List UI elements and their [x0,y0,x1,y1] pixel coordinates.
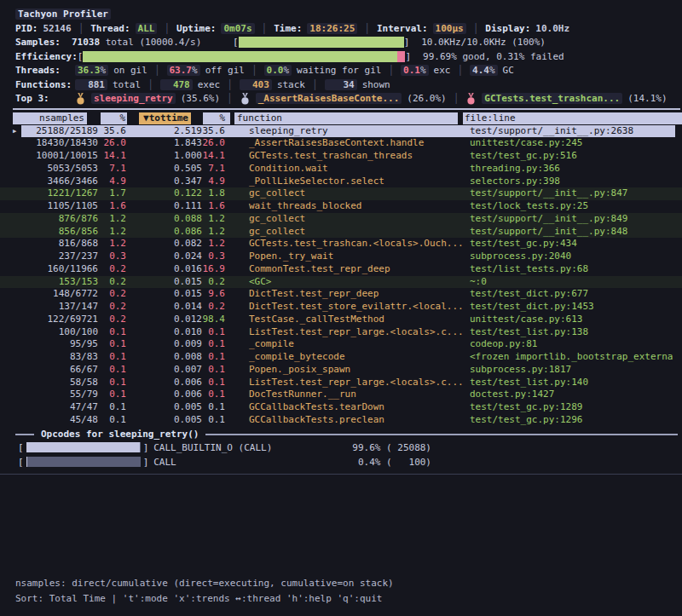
row-gutter [0,351,22,364]
cell-function: _compile [230,338,470,351]
table-row[interactable]: 153/1530.20.0150.2<GC>~:0 [0,276,682,289]
cell-function: CommonTest.test_repr_deep [230,263,470,276]
row-gutter [0,389,22,401]
table-row[interactable]: 876/8761.20.0881.2gc_collecttest/support… [0,213,682,226]
cell-tottime: 0.016 [127,263,202,276]
top3-function-name[interactable]: GCTests.test_trashcan... [482,93,622,104]
status-value: 18:26:25 [307,23,357,34]
cell-file-line: codeop.py:81 [470,338,682,351]
status-value: ALL [136,23,158,34]
cell-nsamples: 153/153 [22,276,98,289]
table-row[interactable]: ▶25188/2518935.62.51935.6sleeping_retryt… [0,125,682,138]
table-row[interactable]: 1105/11051.60.1111.6wait_threads_blocked… [0,200,682,213]
table-row[interactable]: 10001/1001514.11.00014.1GCTests.test_tra… [0,150,682,163]
table-row[interactable]: 3466/34664.90.3474.9_PollLikeSelector.se… [0,176,682,188]
column-header-tottime-sorted[interactable]: ▼tottime [139,112,191,124]
table-row[interactable]: 58/580.10.0060.1ListTest.test_repr_large… [0,377,682,389]
functions-line: Functions:881total│478exec│403stack│34sh… [15,78,679,91]
cell-file-line: test/support/__init__.py:847 [470,187,682,200]
cell-function: DictTest.test_repr_deep [230,288,470,301]
status-label: Uptime: [176,23,216,34]
thread-stat-text: waiting for gil [297,65,381,76]
cell-file-line: test/test_gc.py:1296 [470,414,682,427]
cell-file-line: test/lock_tests.py:25 [470,200,682,213]
cell-function: ListTest.test_repr_large.<locals>.c... [230,377,470,389]
cell-nsamples: 95/95 [22,338,98,351]
cell-pct-direct: 0.1 [98,338,127,351]
cell-tottime: 0.505 [127,163,202,176]
table-row[interactable]: 160/119660.20.01616.9CommonTest.test_rep… [0,263,682,276]
table-row[interactable]: 100/1000.10.0100.1ListTest.test_repr_lar… [0,326,682,339]
functions-label: Functions: [15,79,75,90]
cell-function: DocTestRunner.__run [230,389,470,401]
table-row[interactable]: 816/8681.20.0821.2GCTests.test_trashcan.… [0,238,682,250]
samples-rate-bar [239,37,404,48]
thread-stat-text: GC [503,65,514,76]
cell-tottime: 0.008 [127,351,202,364]
top3-function-name[interactable]: sleeping_retry [91,93,176,104]
table-row[interactable]: 5053/50537.10.5057.1Condition.waitthread… [0,163,682,176]
table-row[interactable]: 95/950.10.0090.1_compilecodeop.py:81 [0,338,682,351]
medal-icon [465,93,477,105]
cell-pct-cumulative: 1.8 [202,187,230,200]
row-gutter [0,176,22,188]
opcode-histogram-bar [26,442,141,452]
top3-function-pct: (26.0%) [407,93,446,104]
opcode-stat: 99.6% ( 25088) [303,440,431,455]
table-row[interactable]: 1221/12671.70.1221.8gc_collecttest/suppo… [0,187,682,200]
table-row[interactable]: 148/67720.20.0159.6DictTest.test_repr_de… [0,288,682,301]
cell-function: _compile_bytecode [230,351,470,364]
cell-file-line: selectors.py:398 [470,176,682,188]
table-row[interactable]: 856/8561.20.0861.2gc_collecttest/support… [0,226,682,239]
column-header-pct-direct[interactable]: % [101,112,127,124]
table-row[interactable]: 55/790.10.0060.1DocTestRunner.__rundocte… [0,389,682,401]
cell-tottime: 1.000 [127,150,202,163]
cell-nsamples: 47/47 [22,401,98,414]
table-row[interactable]: 66/670.10.0070.1Popen._posix_spawnsubpro… [0,364,682,377]
table-row[interactable]: 47/470.10.0050.1GCCallbackTests.tearDown… [0,401,682,414]
table-row[interactable]: 237/2370.30.0240.3Popen._try_waitsubproc… [0,250,682,263]
cell-file-line: test/test_list.py:140 [470,377,682,389]
row-gutter [0,401,22,414]
cell-nsamples: 856/856 [22,226,98,239]
cell-pct-direct: 0.1 [98,401,127,414]
row-gutter [0,137,22,150]
table-row[interactable]: 18430/1843026.01.84326.0_AssertRaisesBas… [0,137,682,150]
samples-total: 71038 total (10000.4/s) [72,37,233,48]
row-gutter [0,364,22,377]
column-header-nsamples[interactable]: nsamples [13,112,87,124]
cell-nsamples: 66/67 [22,364,98,377]
cell-function: <GC> [230,276,470,289]
cell-nsamples: 160/11966 [22,263,98,276]
efficiency-bar [83,51,405,62]
top3-function-name[interactable]: _AssertRaisesBaseConte... [256,93,402,104]
cell-pct-cumulative: 4.9 [202,176,230,188]
row-gutter [0,163,22,176]
row-gutter [0,414,22,427]
status-value: 0m07s [221,23,254,34]
cell-file-line: test/support/__init__.py:849 [470,213,682,226]
app-title: Tachyon Profiler [15,9,111,20]
cell-nsamples: 45/48 [22,414,98,427]
cell-pct-cumulative: 9.6 [202,288,230,301]
cell-file-line: test/test_dict.py:1453 [470,301,682,314]
cell-file-line: threading.py:366 [470,163,682,176]
thread-stat-text: off gil [205,65,245,76]
cell-tottime: 0.111 [127,200,202,213]
cell-pct-cumulative: 98.4 [202,314,230,326]
cell-pct-direct: 0.1 [98,389,127,401]
column-header-file-line[interactable]: file:line [463,112,682,124]
column-header-pct-cumulative[interactable]: % [203,112,230,124]
column-header-function[interactable]: function [234,112,458,124]
cell-pct-cumulative: 7.1 [202,163,230,176]
table-row[interactable]: 45/480.10.0050.1GCCallbackTests.preclean… [0,414,682,427]
cell-nsamples: 5053/5053 [22,163,98,176]
table-row[interactable]: 122/697210.20.01298.4TestCase._callTestM… [0,314,682,326]
table-row[interactable]: 83/830.10.0080.1_compile_bytecode<frozen… [0,351,682,364]
table-row[interactable]: 137/1470.20.0140.2DictTest.test_store_ev… [0,301,682,314]
cell-nsamples: 876/876 [22,213,98,226]
cell-pct-direct: 0.2 [98,263,127,276]
row-gutter [0,263,22,276]
cell-pct-direct: 0.1 [98,414,127,427]
row-gutter [0,238,22,250]
